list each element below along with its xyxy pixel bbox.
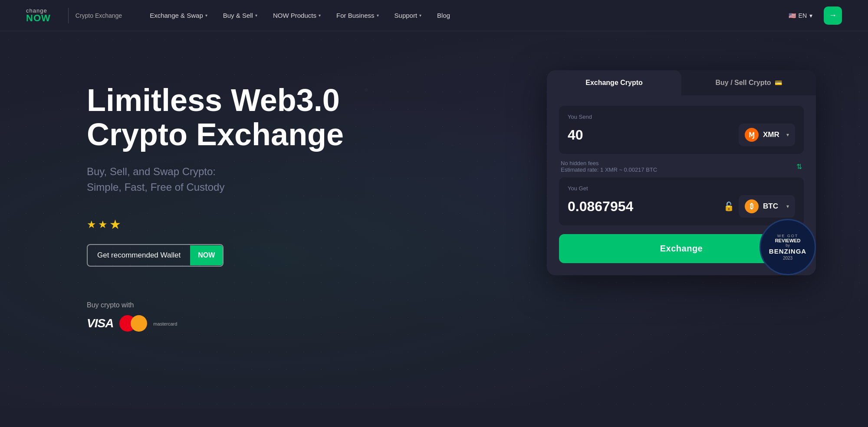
navbar: change NOW Crypto Exchange Exchange & Sw… bbox=[0, 0, 868, 31]
visa-logo: VISA bbox=[87, 316, 113, 330]
mastercard-orange-circle bbox=[131, 315, 147, 332]
get-right: 🔓 ₿ BTC ▾ bbox=[719, 195, 795, 218]
hero-section: Limitless Web3.0 Crypto Exchange Buy, Se… bbox=[0, 31, 868, 408]
nav-link-now-products[interactable]: NOW Products ▾ bbox=[267, 8, 327, 23]
estimated-rate: Estimated rate: 1 XMR ~ 0.00217 BTC bbox=[561, 166, 657, 173]
benzinga-year: 2023 bbox=[783, 256, 792, 261]
send-row: Ɱ XMR ▾ bbox=[568, 124, 795, 146]
star-icon: ★ bbox=[87, 218, 96, 231]
to-coin-name: BTC bbox=[763, 202, 778, 211]
get-label: You Get bbox=[568, 185, 795, 192]
send-box: You Send Ɱ XMR ▾ bbox=[559, 106, 804, 154]
chevron-down-icon: ▾ bbox=[255, 13, 257, 18]
nav-link-for-business[interactable]: For Business ▾ bbox=[330, 8, 385, 23]
get-row: 0.0867954 🔓 ₿ BTC ▾ bbox=[568, 195, 795, 218]
swap-arrows-icon: ⇅ bbox=[796, 163, 802, 171]
xmr-icon: Ɱ bbox=[745, 128, 759, 142]
nav-link-blog[interactable]: Blog bbox=[431, 8, 456, 23]
to-coin-selector[interactable]: ₿ BTC ▾ bbox=[739, 195, 795, 218]
buy-crypto-label: Buy crypto with bbox=[87, 301, 547, 309]
widget-tabs: Exchange Crypto Buy / Sell Crypto 💳 bbox=[547, 70, 816, 95]
get-amount: 0.0867954 bbox=[568, 199, 719, 215]
nav-link-support[interactable]: Support ▾ bbox=[388, 8, 428, 23]
chevron-down-icon: ▾ bbox=[786, 203, 789, 209]
swap-button[interactable]: ⇅ bbox=[796, 163, 802, 171]
mastercard-text: mastercard bbox=[153, 320, 177, 326]
from-coin-name: XMR bbox=[763, 130, 779, 139]
chevron-down-icon: ▾ bbox=[786, 132, 789, 138]
btc-icon: ₿ bbox=[745, 199, 759, 213]
get-wallet-button[interactable]: Get recommended Wallet NOW bbox=[87, 244, 224, 267]
lock-icon: 🔓 bbox=[723, 201, 734, 212]
nav-divider bbox=[68, 8, 69, 23]
buy-crypto-section: Buy crypto with VISA mastercard bbox=[87, 301, 547, 332]
star-icon: ★ bbox=[109, 217, 121, 232]
chevron-down-icon: ▾ bbox=[377, 13, 379, 18]
benzinga-by: by bbox=[786, 243, 790, 248]
benzinga-we: WE GOT bbox=[777, 234, 799, 238]
nav-subtitle: Crypto Exchange bbox=[76, 12, 122, 19]
login-icon: → bbox=[829, 11, 837, 20]
benzinga-got: REVIEWED bbox=[775, 238, 801, 243]
send-amount-input[interactable] bbox=[568, 127, 739, 143]
nav-links: Exchange & Swap ▾ Buy & Sell ▾ NOW Produ… bbox=[144, 8, 784, 23]
wallet-btn-badge: NOW bbox=[190, 245, 223, 265]
benzinga-badge: WE GOT REVIEWED by BENZINGA 2023 bbox=[760, 219, 816, 275]
logo[interactable]: change NOW bbox=[26, 8, 51, 23]
credit-card-icon: 💳 bbox=[775, 79, 782, 86]
from-coin-selector[interactable]: Ɱ XMR ▾ bbox=[739, 124, 795, 146]
info-bar: No hidden fees Estimated rate: 1 XMR ~ 0… bbox=[559, 156, 804, 177]
send-label: You Send bbox=[568, 114, 795, 120]
tab-buy-sell-crypto[interactable]: Buy / Sell Crypto 💳 bbox=[681, 70, 816, 95]
wallet-btn-text: Get recommended Wallet bbox=[88, 245, 190, 266]
benzinga-name: BENZINGA bbox=[769, 248, 806, 255]
payment-logos: VISA mastercard bbox=[87, 315, 547, 332]
star-icon: ★ bbox=[98, 218, 108, 231]
info-left: No hidden fees Estimated rate: 1 XMR ~ 0… bbox=[561, 160, 657, 173]
tab-exchange-crypto[interactable]: Exchange Crypto bbox=[547, 70, 681, 95]
language-selector[interactable]: 🇺🇸 EN ▾ bbox=[784, 10, 817, 22]
flag-icon: 🇺🇸 bbox=[789, 12, 796, 19]
hero-left: Limitless Web3.0 Crypto Exchange Buy, Se… bbox=[87, 66, 547, 332]
get-box: You Get 0.0867954 🔓 ₿ BTC ▾ bbox=[559, 177, 804, 225]
hero-right: Exchange Crypto Buy / Sell Crypto 💳 You … bbox=[547, 70, 816, 284]
nav-link-buy-sell[interactable]: Buy & Sell ▾ bbox=[217, 8, 263, 23]
no-hidden-fees: No hidden fees bbox=[561, 160, 657, 166]
chevron-down-icon: ▾ bbox=[419, 13, 421, 18]
nav-link-exchange-swap[interactable]: Exchange & Swap ▾ bbox=[144, 8, 214, 23]
logo-now: NOW bbox=[26, 13, 51, 23]
chevron-down-icon: ▾ bbox=[205, 13, 207, 18]
chevron-down-icon: ▾ bbox=[319, 13, 321, 18]
login-button[interactable]: → bbox=[824, 7, 842, 25]
hero-title: Limitless Web3.0 Crypto Exchange bbox=[87, 83, 547, 152]
mastercard-logo bbox=[119, 315, 147, 332]
stars-row: ★ ★ ★ bbox=[87, 217, 547, 232]
hero-subtitle: Buy, Sell, and Swap Crypto:Simple, Fast,… bbox=[87, 164, 330, 195]
chevron-down-icon: ▾ bbox=[809, 12, 812, 19]
nav-right: 🇺🇸 EN ▾ → bbox=[784, 7, 842, 25]
